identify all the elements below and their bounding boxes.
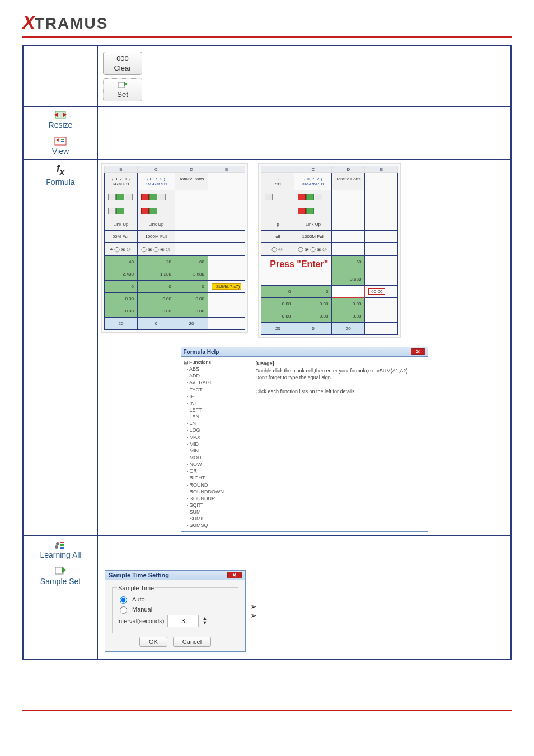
function-item[interactable]: · ROUND — [187, 482, 249, 488]
resize-feature[interactable]: Resize — [49, 110, 73, 129]
sample-time-dialog: Sample Time Setting ✕ Sample Time Auto — [105, 570, 246, 652]
svg-rect-8 — [60, 544, 64, 546]
function-item[interactable]: · INT — [187, 400, 249, 407]
manual-radio[interactable] — [120, 606, 127, 614]
clear-value: 000 — [116, 54, 129, 63]
formula-sheet-right: CDE )781( 0, 7, 2 )XM-RM781Total:2 Ports… — [258, 163, 401, 338]
function-item[interactable]: · SUMIF — [187, 515, 249, 522]
cancel-button[interactable]: Cancel — [173, 637, 211, 647]
sample-time-group: Sample Time Auto Manual — [112, 585, 238, 633]
svg-rect-9 — [60, 547, 64, 549]
function-item[interactable]: · MID — [187, 441, 249, 447]
function-list[interactable]: ⊟ Functions · ABS· ADD· AVERAGE· FACT· I… — [181, 357, 251, 531]
svg-rect-10 — [55, 567, 63, 574]
brand-x: X — [22, 11, 35, 32]
manual-label: Manual — [132, 606, 152, 613]
svg-rect-4 — [61, 141, 64, 142]
row-content-resize — [98, 107, 512, 133]
interval-label: Interval(seconds) — [117, 618, 164, 624]
sample-set-feature[interactable]: Sample Set — [40, 567, 81, 586]
close-icon[interactable]: ✕ — [411, 348, 425, 355]
spinner-icon[interactable]: ▲▼ — [202, 617, 207, 624]
formula-usage: [Usage] Double click the blank cell,then… — [251, 357, 428, 531]
function-item[interactable]: · LEN — [187, 413, 249, 420]
set-label: Set — [117, 90, 128, 99]
row-content-set-clear: 000 Clear Set — [98, 46, 512, 107]
function-item[interactable]: · ABS — [187, 366, 249, 372]
press-enter-text: Press "Enter" — [261, 256, 332, 273]
svg-point-6 — [55, 545, 58, 549]
notes-arrows: ➢ ➢ — [248, 602, 257, 620]
function-item[interactable]: · LOG — [187, 427, 249, 433]
function-item[interactable]: · SUMSQ — [187, 522, 249, 529]
clear-button[interactable]: 000 Clear — [103, 52, 142, 75]
resize-label: Resize — [49, 120, 73, 129]
function-item[interactable]: · ROUNDUP — [187, 495, 249, 502]
set-icon — [117, 81, 128, 89]
brand-logo: XTRAMUS — [22, 11, 512, 33]
close-icon[interactable]: ✕ — [227, 572, 242, 578]
function-item[interactable]: · MIN — [187, 447, 249, 454]
formula-label: Formula — [46, 178, 74, 186]
clear-label: Clear — [114, 64, 131, 72]
function-item[interactable]: · LEFT — [187, 407, 249, 413]
brand-rest: TRAMUS — [35, 15, 109, 32]
function-item[interactable]: · MOD — [187, 454, 249, 461]
sample-set-label: Sample Set — [40, 577, 81, 586]
auto-label: Auto — [132, 596, 145, 603]
row-content-learning-all — [98, 535, 512, 563]
header-divider — [22, 36, 512, 38]
function-item[interactable]: · MAX — [187, 434, 249, 441]
function-item[interactable]: · LN — [187, 420, 249, 427]
function-item[interactable]: · AVERAGE — [187, 379, 249, 386]
learning-all-icon — [54, 539, 67, 549]
function-item[interactable]: · RIGHT — [187, 474, 249, 481]
footer-divider — [22, 710, 512, 711]
view-label: View — [52, 147, 69, 156]
svg-rect-3 — [61, 139, 64, 140]
row-label-blank — [23, 46, 98, 107]
interval-input[interactable] — [167, 615, 199, 627]
set-button[interactable]: Set — [103, 78, 142, 101]
function-item[interactable]: · OR — [187, 468, 249, 474]
formula-feature[interactable]: fx Formula — [46, 163, 74, 186]
function-item[interactable]: · SQRT — [187, 502, 249, 508]
learning-all-feature[interactable]: Learning All — [40, 539, 81, 559]
formula-sheet-left: BCDE ( 0, 7, 1 )I-RM781( 0, 7, 2 )XM-RM7… — [101, 163, 248, 333]
function-item[interactable]: · NOW — [187, 461, 249, 468]
row-content-view — [98, 133, 512, 160]
resize-icon — [53, 110, 68, 119]
ok-button[interactable]: OK — [139, 637, 167, 647]
auto-radio[interactable] — [120, 596, 127, 604]
feature-table: 000 Clear Set Resize — [22, 45, 512, 660]
function-item[interactable]: · ROUNDDOWN — [187, 488, 249, 495]
learning-all-label: Learning All — [40, 550, 81, 559]
row-content-sample-set: Sample Time Setting ✕ Sample Time Auto — [98, 563, 512, 659]
function-item[interactable]: · IF — [187, 393, 249, 400]
result-60: 60.00 — [368, 288, 385, 295]
row-content-formula: BCDE ( 0, 7, 1 )I-RM781( 0, 7, 2 )XM-RM7… — [98, 160, 512, 536]
view-icon — [54, 137, 67, 146]
formula-help-dialog: Formula Help ✕ ⊟ Functions · ABS· ADD· A… — [181, 347, 428, 532]
formula-help-title: Formula Help — [184, 349, 219, 355]
svg-point-5 — [56, 542, 59, 545]
sample-dialog-title: Sample Time Setting — [109, 572, 169, 578]
function-item[interactable]: · SUM — [187, 508, 249, 515]
view-feature[interactable]: View — [52, 137, 69, 156]
formula-input-chip[interactable]: =SUM(b7,c7) — [212, 283, 241, 290]
function-item[interactable]: · FACT — [187, 386, 249, 393]
svg-rect-7 — [60, 542, 64, 543]
formula-icon: fx — [57, 163, 64, 176]
function-item[interactable]: · ADD — [187, 372, 249, 379]
sample-set-icon — [55, 567, 66, 576]
